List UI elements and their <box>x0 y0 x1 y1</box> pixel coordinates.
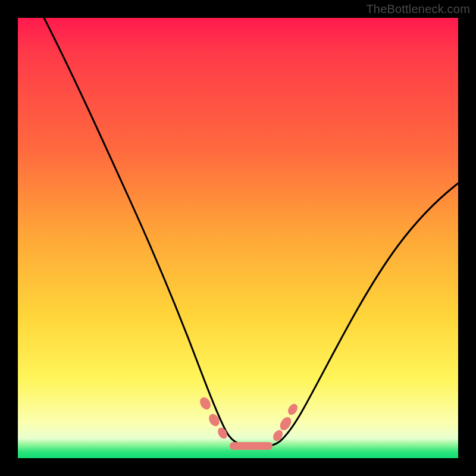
svg-point-0 <box>198 395 213 411</box>
svg-point-4 <box>271 428 284 443</box>
bottleneck-curve-svg <box>18 18 458 458</box>
svg-point-1 <box>207 412 222 428</box>
svg-point-2 <box>216 426 229 440</box>
trough-markers <box>198 395 300 450</box>
chart-frame: TheBottleneck.com <box>0 0 476 476</box>
svg-point-5 <box>278 415 293 433</box>
bottleneck-curve-path <box>44 18 458 446</box>
svg-point-6 <box>286 402 299 416</box>
svg-rect-3 <box>230 442 273 450</box>
plot-area <box>18 18 458 458</box>
watermark-text: TheBottleneck.com <box>366 2 470 16</box>
